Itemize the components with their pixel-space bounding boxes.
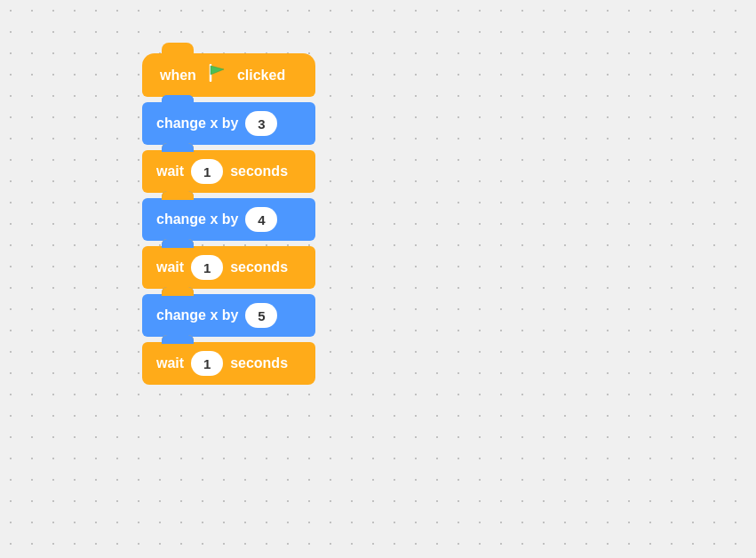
wait-value-3[interactable]: 1 (191, 351, 223, 376)
flag-icon (207, 64, 227, 86)
hat-block[interactable]: when clicked (142, 53, 315, 97)
motion-label-1: change x by (156, 116, 238, 132)
wait-value-1[interactable]: 1 (191, 159, 223, 184)
wait-label-3: wait (156, 355, 184, 371)
motion-value-3[interactable]: 5 (245, 303, 277, 328)
hat-label-clicked: clicked (237, 68, 285, 84)
wait-seconds-2: seconds (230, 259, 288, 275)
wait-block-2[interactable]: wait 1 seconds (142, 246, 315, 289)
motion-label-2: change x by (156, 211, 238, 227)
motion-block-1[interactable]: change x by 3 (142, 102, 315, 145)
motion-block-2[interactable]: change x by 4 (142, 198, 315, 241)
wait-seconds-3: seconds (230, 355, 288, 371)
scratch-blocks: when clicked change x by 3 wait 1 second… (142, 53, 315, 385)
motion-value-1[interactable]: 3 (245, 111, 277, 136)
wait-block-3[interactable]: wait 1 seconds (142, 342, 315, 385)
motion-value-2[interactable]: 4 (245, 207, 277, 232)
wait-value-2[interactable]: 1 (191, 255, 223, 280)
wait-block-1[interactable]: wait 1 seconds (142, 150, 315, 193)
wait-label-1: wait (156, 163, 184, 179)
wait-seconds-1: seconds (230, 163, 288, 179)
motion-block-3[interactable]: change x by 5 (142, 294, 315, 337)
wait-label-2: wait (156, 259, 184, 275)
hat-label-when: when (160, 68, 196, 84)
motion-label-3: change x by (156, 307, 238, 323)
